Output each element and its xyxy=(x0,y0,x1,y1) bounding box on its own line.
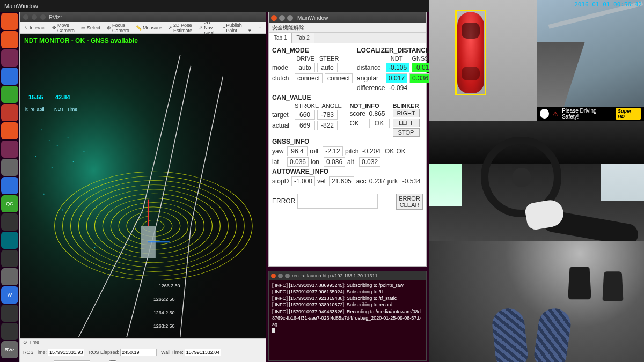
measure-button[interactable]: 📏 Measure xyxy=(134,24,164,32)
clutch-steer: connect xyxy=(325,73,353,83)
svg-point-9 xyxy=(83,151,84,152)
svg-text:1265:2|50: 1265:2|50 xyxy=(153,297,175,302)
launcher-software[interactable] xyxy=(1,122,18,139)
autoware-vel: 21.605 xyxy=(329,176,354,186)
terminal-output[interactable]: [ INFO] [1579910937.886993245]: Subscrib… xyxy=(269,280,426,337)
launcher-slack[interactable] xyxy=(1,268,18,285)
close-icon[interactable] xyxy=(23,14,28,20)
toolbar-plus-button[interactable]: + ▾ xyxy=(246,21,254,34)
launcher-w2[interactable] xyxy=(1,250,18,267)
launcher-term[interactable] xyxy=(1,213,18,231)
ndt-monitor-status: NDT MONITOR - OK - GNSS available xyxy=(24,37,138,45)
topbar-title: MainWindow xyxy=(4,3,38,9)
launcher-files[interactable] xyxy=(1,49,18,67)
launcher-w1[interactable] xyxy=(1,232,18,249)
launcher-terminal[interactable] xyxy=(1,323,18,340)
ros-time-label: ROS Time: xyxy=(23,350,47,355)
angular-gnss: 0.336 xyxy=(409,73,431,83)
road-surface xyxy=(537,42,584,107)
svg-point-10 xyxy=(43,194,45,195)
pose-estimate-button[interactable]: ↗ 2D Pose Estimate xyxy=(166,21,194,34)
can-mode-heading: CAN_MODE xyxy=(272,47,353,54)
actual-angle: -822 xyxy=(317,121,338,130)
svg-point-13 xyxy=(94,247,95,248)
interact-button[interactable]: ↖ Interact xyxy=(22,24,48,32)
wall-time-label: Wall Time: xyxy=(161,350,184,355)
launcher-ubuntu[interactable] xyxy=(1,13,18,30)
rviz-time-panel-header[interactable]: ⊙ Time xyxy=(20,338,266,346)
localizer-distance-heading: LOCALIZER_DISTANCE xyxy=(357,47,435,54)
camera-timestamp: 2016-01-01 00:56:42 xyxy=(574,1,642,8)
accel-pedal xyxy=(602,271,623,301)
ros-elapsed-label: ROS Elapsed: xyxy=(89,350,119,355)
svg-text:1263:2|50: 1263:2|50 xyxy=(153,323,175,329)
launcher-aw[interactable] xyxy=(1,305,18,322)
blinker-stop-button[interactable]: STOP xyxy=(393,128,420,137)
launcher-libreoffice[interactable] xyxy=(1,68,18,85)
error-label: ERROR xyxy=(272,197,295,205)
car-icon xyxy=(540,109,549,119)
wall-time-field[interactable] xyxy=(185,349,221,356)
ros-elapsed-field[interactable] xyxy=(120,349,157,356)
svg-point-3 xyxy=(49,140,50,141)
toolbar-minus-button[interactable]: − xyxy=(257,24,264,32)
launcher-help[interactable] xyxy=(1,141,18,158)
difference-value: -0.094 xyxy=(389,84,407,92)
publish-point-button[interactable]: • Publish Point xyxy=(221,21,244,34)
autoware-acc: 0.237 xyxy=(369,178,385,185)
launcher-vscode[interactable] xyxy=(1,177,18,194)
vehicle-icon xyxy=(457,12,484,93)
gnss-pitch: -0.204 xyxy=(362,147,380,155)
metric-label-ndt-time: NDT_Time xyxy=(54,107,77,112)
ros-time-field[interactable] xyxy=(48,349,84,356)
ndt-score: 0.865 xyxy=(369,110,385,117)
error-display xyxy=(297,194,378,209)
tab-1[interactable]: Tab 1 xyxy=(269,33,291,43)
angular-ndt: 0.017 xyxy=(386,73,407,83)
autoware-info-heading: AUTOWARE_INFO xyxy=(272,168,423,175)
rviz-3d-view[interactable]: 1265:2|50 1264:2|50 1263:2|50 1266:2|50 … xyxy=(20,34,266,338)
camera-birdseye xyxy=(429,0,537,121)
svg-text:1264:2|50: 1264:2|50 xyxy=(153,310,175,315)
distance-ndt: -0.105 xyxy=(386,63,409,72)
error-clear-button[interactable]: ERROR CLEAR xyxy=(396,194,423,210)
tab-2[interactable]: Tab 2 xyxy=(291,33,314,43)
mainwindow-titlebar[interactable]: MainWindow xyxy=(269,12,426,23)
blinker-heading: BLINKER xyxy=(393,102,420,109)
gnss-yaw: 96.4 xyxy=(287,146,308,156)
launcher-firefox[interactable] xyxy=(1,31,18,48)
camera-driver xyxy=(429,121,644,241)
close-icon[interactable] xyxy=(271,274,276,278)
move-camera-button[interactable]: ✥ Move Camera xyxy=(50,21,77,34)
minimize-icon[interactable] xyxy=(278,274,283,278)
close-icon[interactable] xyxy=(271,15,277,21)
minimize-icon[interactable] xyxy=(279,15,285,21)
rviz-window: RViz* ↖ Interact ✥ Move Camera ▭ Select … xyxy=(19,12,266,362)
launcher-w3[interactable]: W xyxy=(1,286,18,304)
blinker-left-button[interactable]: LEFT xyxy=(393,119,420,127)
select-button[interactable]: ▭ Select xyxy=(79,24,103,32)
gnss-alt: 0.032 xyxy=(359,157,380,167)
target-stroke: 660 xyxy=(295,110,315,120)
terminal-titlebar[interactable]: record.launch http://192.168.1.20:11311 xyxy=(269,271,426,280)
maximize-icon[interactable] xyxy=(287,15,293,21)
launcher-calc[interactable] xyxy=(1,86,18,103)
focus-camera-button[interactable]: ⊕ Focus Camera xyxy=(105,21,131,34)
launcher-rviz[interactable]: RViz xyxy=(1,341,18,358)
minimize-icon[interactable] xyxy=(32,14,37,20)
rviz-titlebar[interactable]: RViz* xyxy=(20,12,266,22)
tab-bar: Tab 1 Tab 2 xyxy=(269,33,426,43)
launcher-settings[interactable] xyxy=(1,159,18,176)
gnss-roll: -2.12 xyxy=(323,146,343,156)
svg-point-11 xyxy=(62,210,63,211)
actual-stroke: 669 xyxy=(295,121,315,130)
maximize-icon[interactable] xyxy=(285,274,290,278)
mode-steer: auto xyxy=(317,63,338,72)
launcher-impress[interactable] xyxy=(1,104,18,121)
maximize-icon[interactable] xyxy=(40,14,46,20)
launcher-qc[interactable]: QC xyxy=(1,195,18,212)
rviz-status-row: ROS Time: ROS Elapsed: Wall Time: Wall E… xyxy=(20,346,266,362)
blinker-right-button[interactable]: RIGHT xyxy=(393,109,420,117)
gnss-ok1: OK xyxy=(385,147,394,155)
svg-point-5 xyxy=(68,137,69,138)
